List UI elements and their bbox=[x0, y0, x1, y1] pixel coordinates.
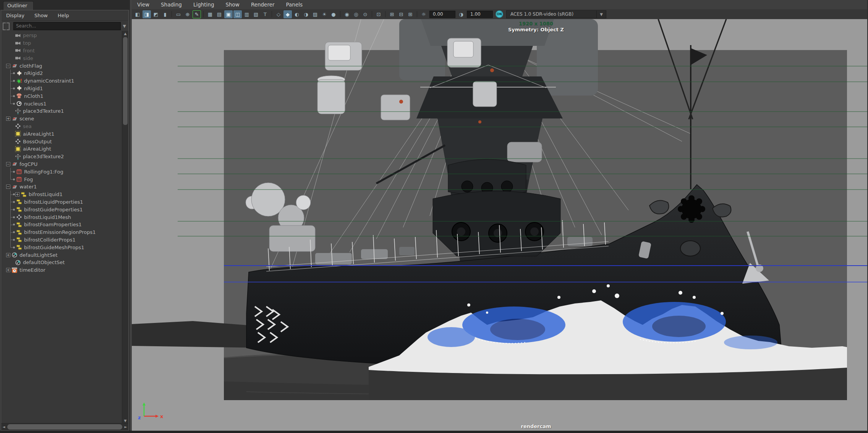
scroll-up-icon[interactable]: ▲ bbox=[122, 31, 128, 36]
image-plane-icon[interactable]: ▭ bbox=[174, 10, 183, 18]
motion-blur-icon[interactable]: ◎ bbox=[352, 10, 360, 18]
select-camera-icon[interactable]: ◧ bbox=[133, 10, 142, 18]
viewport-menu-show[interactable]: Show bbox=[225, 2, 239, 8]
smooth-shade-all-icon[interactable]: ◆ bbox=[283, 10, 292, 18]
exposure-icon[interactable]: ☼ bbox=[419, 10, 428, 18]
chevron-down-icon[interactable]: ▼ bbox=[597, 10, 606, 18]
resolution-gate-icon[interactable]: ▣ bbox=[224, 10, 233, 18]
outliner-item-nucleus1[interactable]: nucleus1 bbox=[1, 100, 122, 107]
outliner-menu-show[interactable]: Show bbox=[34, 13, 48, 18]
outliner-item-aiAreaLight1[interactable]: aiAreaLight1 bbox=[1, 130, 122, 138]
outliner-item-sea[interactable]: sea bbox=[1, 123, 122, 130]
outliner-item-defaultObjectSet[interactable]: defaultObjectSet bbox=[1, 259, 122, 266]
outliner-item-clothFlag[interactable]: −clothFlag bbox=[1, 62, 122, 70]
outliner-item-label: dynamicConstraint1 bbox=[24, 78, 74, 84]
outliner-item-bifrostGuideMeshProps1[interactable]: bifrostGuideMeshProps1 bbox=[1, 243, 122, 251]
viewport-menu-shading[interactable]: Shading bbox=[161, 2, 182, 8]
bookmark-icon[interactable]: ▮ bbox=[161, 10, 169, 18]
outliner-horizontal-scrollbar[interactable]: ◄ ► bbox=[1, 423, 128, 430]
outliner-item-bifrostLiquid1[interactable]: +bifrostLiquid1 bbox=[1, 191, 122, 198]
search-dropdown-arrow-icon[interactable]: ▼ bbox=[123, 24, 127, 29]
outliner-item-scene[interactable]: +scene bbox=[1, 115, 122, 123]
gamma-field[interactable]: 1.00 bbox=[467, 11, 493, 18]
lock-camera-icon[interactable]: ◨ bbox=[143, 10, 151, 18]
pane-layout-outliner-icon[interactable]: ⊞ bbox=[406, 10, 415, 18]
outliner-item-bifrostColliderProps1[interactable]: bifrostColliderProps1 bbox=[1, 236, 122, 244]
scroll-down-icon[interactable]: ▼ bbox=[122, 418, 128, 423]
outliner-item-label: BossOutput bbox=[23, 139, 52, 144]
textured-shaded-icon[interactable]: ◑ bbox=[302, 10, 310, 18]
outliner-item-place3dTexture2[interactable]: place3dTexture2 bbox=[1, 153, 122, 161]
outliner-item-nRigid2[interactable]: nRigid2 bbox=[1, 70, 122, 77]
outliner-item-front[interactable]: front bbox=[1, 47, 122, 55]
outliner-item-bifrostEmissionRegionProps1[interactable]: bifrostEmissionRegionProps1 bbox=[1, 229, 122, 236]
grease-pencil-icon[interactable]: ✎ bbox=[193, 10, 201, 18]
horizontal-scroll-thumb[interactable] bbox=[7, 424, 122, 430]
outliner-item-persp[interactable]: persp bbox=[1, 32, 122, 39]
outliner-item-timeEditor[interactable]: +timeEditor bbox=[1, 266, 122, 274]
search-input[interactable] bbox=[13, 22, 121, 30]
filter-icon[interactable] bbox=[3, 23, 11, 29]
bifrost-icon bbox=[16, 206, 22, 212]
use-default-material-icon[interactable]: ▨ bbox=[311, 10, 319, 18]
outliner-menu-display[interactable]: Display bbox=[6, 13, 24, 18]
safe-title-icon[interactable]: T bbox=[261, 10, 269, 18]
outliner-tab[interactable]: Outliner bbox=[3, 1, 34, 10]
ambient-occlusion-icon[interactable]: ◉ bbox=[343, 10, 351, 18]
safe-action-icon[interactable]: ▧ bbox=[252, 10, 260, 18]
pane-layout-split-icon[interactable]: ⊟ bbox=[397, 10, 405, 18]
outliner-item-bifrostLiquidProperties1[interactable]: bifrostLiquidProperties1 bbox=[1, 198, 122, 206]
anti-aliasing-icon[interactable]: ⊙ bbox=[361, 10, 369, 18]
expand-toggle-icon[interactable]: + bbox=[15, 192, 19, 196]
expand-toggle-icon[interactable]: − bbox=[6, 162, 10, 166]
gate-mask-icon[interactable]: ◫ bbox=[233, 10, 242, 18]
viewport-canvas[interactable]: 1920 x 1080 Symmetry: Object Z rendercam… bbox=[132, 19, 867, 433]
outliner-item-place3dTexture1[interactable]: place3dTexture1 bbox=[1, 107, 122, 115]
outliner-item-Fog[interactable]: Fog bbox=[1, 175, 122, 183]
expand-toggle-icon[interactable]: + bbox=[6, 117, 10, 121]
viewport-menu-view[interactable]: View bbox=[137, 2, 149, 8]
outliner-item-top[interactable]: top bbox=[1, 39, 122, 47]
scroll-right-icon[interactable]: ► bbox=[123, 423, 128, 430]
outliner-item-bifrostGuideProperties1[interactable]: bifrostGuideProperties1 bbox=[1, 206, 122, 213]
film-gate-icon[interactable]: ▤ bbox=[215, 10, 223, 18]
outliner-item-RollingFog1:Fog[interactable]: RollingFog1:Fog bbox=[1, 168, 122, 175]
gamma-icon[interactable]: ◑ bbox=[457, 10, 465, 18]
field-chart-icon[interactable]: ▥ bbox=[243, 10, 251, 18]
2d-pan-zoom-icon[interactable]: ⊕ bbox=[183, 10, 192, 18]
scroll-left-icon[interactable]: ◄ bbox=[1, 423, 6, 430]
outliner-item-side[interactable]: side bbox=[1, 54, 122, 62]
vertical-scroll-thumb[interactable] bbox=[123, 37, 128, 125]
outliner-item-aiAreaLight[interactable]: aiAreaLight bbox=[1, 145, 122, 153]
textured-icon[interactable]: ◐ bbox=[293, 10, 301, 18]
view-transform-dropdown[interactable]: ACES 1.0 SDR-video (sRGB) bbox=[506, 10, 597, 18]
shadows-icon[interactable]: ● bbox=[329, 10, 338, 18]
outliner-item-dynamicConstraint1[interactable]: dynamicConstraint1 bbox=[1, 77, 122, 85]
lighting-icon[interactable]: ☀ bbox=[320, 10, 329, 18]
outliner-item-fogCPU[interactable]: −fogCPU bbox=[1, 161, 122, 168]
camera-attributes-icon[interactable]: ◩ bbox=[152, 10, 160, 18]
outliner-item-nRigid1[interactable]: nRigid1 bbox=[1, 85, 122, 92]
wireframe-icon[interactable]: ◇ bbox=[274, 10, 283, 18]
viewport-menu-renderer[interactable]: Renderer bbox=[251, 2, 275, 8]
expand-toggle-icon[interactable]: + bbox=[6, 268, 10, 272]
outliner-item-nCloth1[interactable]: nCloth1 bbox=[1, 92, 122, 100]
outliner-item-bifrostLiquid1Mesh[interactable]: bifrostLiquid1Mesh bbox=[1, 213, 122, 221]
expand-toggle-icon[interactable]: − bbox=[6, 185, 10, 189]
isolate-select-icon[interactable]: ⊡ bbox=[374, 10, 383, 18]
outliner-item-defaultLightSet[interactable]: +defaultLightSet bbox=[1, 251, 122, 259]
outliner-item-BossOutput[interactable]: BossOutput bbox=[1, 138, 122, 145]
outliner-item-bifrostFoamProperties1[interactable]: bifrostFoamProperties1 bbox=[1, 221, 122, 229]
color-management-on[interactable]: ON bbox=[496, 10, 503, 18]
grid-icon[interactable]: ▦ bbox=[206, 10, 214, 18]
expand-toggle-icon[interactable]: − bbox=[6, 64, 10, 68]
expand-toggle-icon[interactable]: + bbox=[6, 253, 10, 257]
exposure-field[interactable]: 0.00 bbox=[429, 11, 455, 18]
outliner-vertical-scrollbar[interactable]: ▲ ▼ bbox=[122, 31, 128, 423]
viewport-menu-lighting[interactable]: Lighting bbox=[193, 2, 214, 8]
pane-layout-single-icon[interactable]: ⊞ bbox=[388, 10, 396, 18]
viewport-menu-panels[interactable]: Panels bbox=[286, 2, 303, 8]
tree-connector bbox=[8, 221, 15, 229]
outliner-item-water1[interactable]: −water1 bbox=[1, 183, 122, 191]
outliner-menu-help[interactable]: Help bbox=[58, 13, 69, 18]
